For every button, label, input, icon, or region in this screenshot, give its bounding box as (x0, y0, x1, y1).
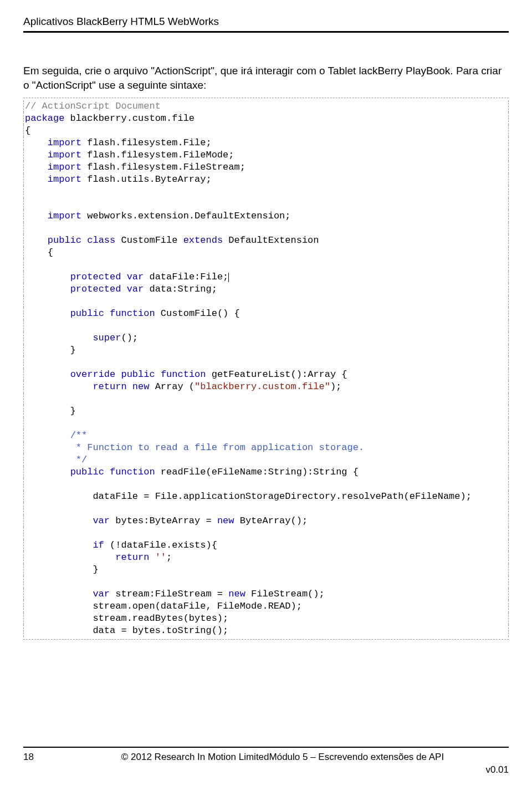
code-text: stream.open(dataFile, FileMode.READ); (25, 601, 302, 611)
page-number: 18 (23, 751, 57, 763)
code-text: import (48, 211, 81, 221)
code-text: new (217, 516, 234, 526)
code-text: getFeatureList():Array { (206, 369, 347, 380)
code-text: dataFile:File; (144, 272, 228, 282)
code-text (25, 272, 70, 282)
code-text: readFile(eFileName:String):String { (155, 467, 359, 477)
code-text (25, 430, 70, 441)
footer-rule (23, 747, 509, 748)
code-text: import (48, 174, 81, 185)
intro-paragraph: Em seguida, crie o arquivo "ActionScript… (23, 64, 509, 92)
code-text: flash.filesystem.FileStream; (81, 162, 245, 172)
code-text: } (25, 406, 76, 416)
code-text: bytes:ByteArray = (110, 516, 217, 526)
code-text: Array ( (149, 381, 195, 392)
code-text (25, 516, 93, 526)
code-text: extends (183, 235, 223, 246)
code-text: */ (76, 455, 87, 465)
code-text (25, 308, 70, 319)
code-text: return (115, 552, 149, 563)
code-text: flash.filesystem.File; (81, 137, 212, 148)
code-text (121, 284, 126, 294)
code-text: "blackberry.custom.file" (195, 381, 330, 392)
code-text: ByteArray(); (234, 516, 308, 526)
code-text: public (70, 308, 104, 319)
code-text: public (48, 235, 81, 246)
code-text: blackberry.custom.file (64, 113, 195, 124)
code-text: { (25, 247, 53, 258)
code-text: ; (166, 552, 172, 563)
code-text: public (70, 467, 104, 477)
code-text (104, 308, 110, 319)
code-text (25, 442, 76, 453)
code-text: package (25, 113, 64, 124)
code-text: { (25, 125, 30, 136)
code-text (149, 552, 155, 563)
code-text (25, 455, 76, 465)
code-text: webworks.extension.DefaultExtension; (81, 211, 290, 221)
code-text: import (48, 137, 81, 148)
code-text: function (161, 369, 206, 380)
code-text: return (93, 381, 126, 392)
header-rule (23, 31, 509, 33)
code-text: } (25, 345, 76, 355)
code-text: dataFile = File.applicationStorageDirect… (25, 491, 472, 502)
code-text: protected (70, 284, 121, 294)
code-text: protected (70, 272, 121, 282)
code-text (104, 467, 110, 477)
code-text: CustomFile() { (155, 308, 240, 319)
code-text (25, 162, 48, 172)
text-caret (228, 273, 229, 282)
footer-center-text: © 2012 Research In Motion LimitedMódulo … (57, 751, 509, 763)
code-text: function (110, 467, 155, 477)
code-text: override (70, 369, 116, 380)
code-text: (); (121, 333, 138, 343)
code-text: DefaultExtension (223, 235, 319, 246)
code-text: new (132, 381, 150, 392)
code-text (25, 552, 115, 563)
code-text: import (48, 162, 81, 172)
code-text (25, 150, 48, 160)
code-text (25, 284, 70, 294)
code-text (115, 369, 121, 380)
code-text: class (87, 235, 115, 246)
code-text (25, 333, 93, 343)
code-text (25, 467, 70, 477)
code-text (25, 235, 48, 246)
code-text: var (127, 272, 144, 282)
code-text (25, 174, 48, 185)
header-title: Aplicativos BlackBerry HTML5 WebWorks (23, 16, 509, 28)
code-text (25, 381, 93, 392)
code-text (25, 369, 70, 380)
code-text: stream:FileStream = (110, 589, 228, 599)
code-text: var (127, 284, 144, 294)
code-text: flash.utils.ByteArray; (81, 174, 212, 185)
code-text: CustomFile (115, 235, 183, 246)
code-text: data = bytes.toString(); (25, 625, 228, 636)
code-text (25, 589, 93, 599)
code-text: new (228, 589, 245, 599)
code-text: ); (330, 381, 341, 392)
code-text (25, 211, 48, 221)
code-text (25, 540, 93, 550)
code-text: flash.filesystem.FileMode; (81, 150, 234, 160)
code-text: data:String; (144, 284, 217, 294)
code-text: var (93, 589, 110, 599)
code-text (81, 235, 87, 246)
code-text: FileStream(); (245, 589, 325, 599)
code-text: } (25, 564, 99, 575)
code-text (25, 137, 48, 148)
code-text: /** (70, 430, 88, 441)
code-text: import (48, 150, 81, 160)
code-text (121, 272, 126, 282)
code-block: // ActionScript Document package blackbe… (23, 98, 509, 640)
code-text: (!dataFile.exists){ (104, 540, 217, 550)
code-text: super (93, 333, 121, 343)
code-text: public (121, 369, 155, 380)
code-text: * Function to read a file from applicati… (76, 442, 364, 453)
code-text: function (110, 308, 155, 319)
code-text: '' (155, 552, 166, 563)
code-text: if (93, 540, 104, 550)
code-text (155, 369, 161, 380)
code-text (127, 381, 132, 392)
